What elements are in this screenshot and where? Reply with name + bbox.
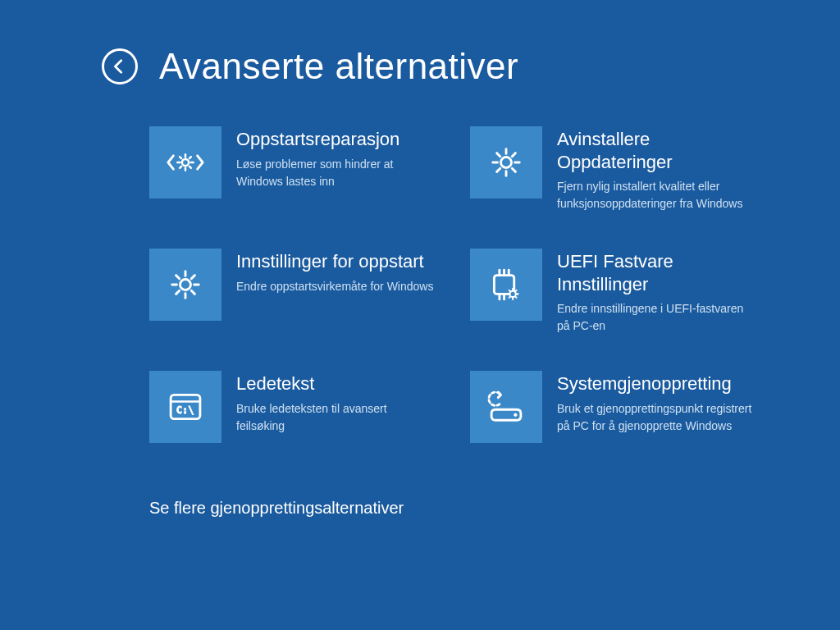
svg-line-38 [509,290,510,291]
restore-icon [485,386,527,428]
svg-line-15 [512,168,515,171]
chip-gear-icon [485,263,527,306]
tile-text: UEFI Fastvare Innstillinger Endre innsti… [557,249,758,335]
svg-line-17 [497,168,500,171]
tile-icon-box [149,126,221,199]
tile-desc: Fjern nylig installert kvalitet eller fu… [557,178,758,212]
tile-text: Avinstallere Oppdateringer Fjern nylig i… [557,126,758,212]
svg-line-39 [515,297,516,298]
gear-icon [485,141,527,184]
svg-point-18 [180,280,191,290]
tile-icon-box [470,249,542,321]
gear-icon [164,263,207,306]
tile-icon-box [470,371,542,443]
tile-startup-settings[interactable]: Innstillinger for oppstart Endre oppstar… [149,249,437,335]
page-title: Avanserte alternativer [159,46,518,87]
tile-desc: Løse problemer som hindrer at Windows la… [236,156,437,190]
gear-brackets-icon [164,141,207,184]
svg-point-0 [182,159,189,166]
tile-text: Oppstartsreparasjon Løse problemer som h… [236,126,437,212]
tile-uefi-firmware[interactable]: UEFI Fastvare Innstillinger Endre innsti… [470,249,758,335]
tile-icon-box [149,249,221,321]
svg-line-24 [191,290,194,294]
back-arrow-icon [110,57,128,75]
tile-icon-box: C:\ [149,371,221,443]
tile-text: Ledetekst Bruke ledeteksten til avansert… [236,371,437,443]
tile-startup-repair[interactable]: Oppstartsreparasjon Løse problemer som h… [149,126,437,212]
svg-line-40 [515,290,516,291]
tile-desc: Endre innstillingene i UEFI-fastvaren på… [557,300,758,335]
tile-text: Systemgjenoppretting Bruk et gjenopprett… [557,371,758,443]
svg-line-16 [512,153,515,157]
svg-line-41 [509,297,510,298]
svg-line-23 [176,276,180,279]
svg-text:C:\: C:\ [176,404,194,416]
tile-command-prompt[interactable]: C:\ Ledetekst Bruke ledeteksten til avan… [149,371,437,443]
header: Avanserte alternativer [102,46,791,87]
tile-desc: Bruke ledeteksten til avansert feilsøkin… [236,400,437,435]
tile-title: Systemgjenoppretting [557,372,758,395]
svg-line-14 [497,153,500,157]
svg-point-9 [501,158,512,168]
terminal-icon: C:\ [164,386,207,428]
tile-title: Oppstartsreparasjon [236,128,437,151]
tile-title: Innstillinger for oppstart [236,250,433,273]
tile-desc: Bruk et gjenopprettingspunkt registrert … [557,400,758,435]
tile-title: Avinstallere Oppdateringer [557,128,758,173]
tile-system-restore[interactable]: Systemgjenoppretting Bruk et gjenopprett… [470,371,758,443]
svg-line-5 [180,157,181,158]
tile-text: Innstillinger for oppstart Endre oppstar… [236,249,433,335]
svg-line-7 [189,157,191,158]
svg-point-45 [514,413,518,417]
svg-line-6 [189,167,191,168]
back-button[interactable] [102,48,138,84]
advanced-options-screen: Avanserte alternativer [0,0,840,630]
svg-line-25 [191,276,194,279]
tile-desc: Endre oppstartsvirkemåte for Windows [236,278,433,295]
svg-line-8 [180,167,181,168]
tile-uninstall-updates[interactable]: Avinstallere Oppdateringer Fjern nylig i… [470,126,758,212]
options-grid: Oppstartsreparasjon Løse problemer som h… [149,126,758,443]
tile-title: Ledetekst [236,372,437,395]
tile-icon-box [470,126,542,199]
more-recovery-options-link[interactable]: Se flere gjenopprettingsalternativer [149,499,791,518]
svg-line-26 [176,290,180,294]
tile-title: UEFI Fastvare Innstillinger [557,250,758,295]
